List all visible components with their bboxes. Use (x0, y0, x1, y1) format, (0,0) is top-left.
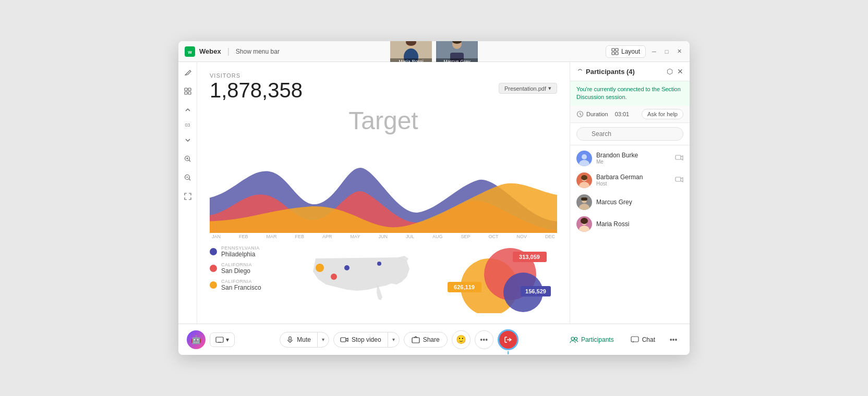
slide-bottom: PENNSYLVANIA Philadelphia CALIFORNIA San… (210, 245, 557, 313)
legend-city-sandiego: San Diego (221, 267, 252, 275)
screen-share-toggle[interactable]: ▾ (210, 332, 235, 347)
stop-video-button[interactable]: Stop video (334, 332, 388, 347)
visitors-label: VISITORS (210, 72, 303, 79)
mute-control: Mute ▾ (280, 332, 329, 348)
duration-label: Duration (586, 111, 608, 117)
titlebar: W Webex | Show menu bar Maria Rossi (178, 41, 690, 62)
duration-bar: Duration 03:01 Ask for help (570, 106, 690, 123)
svg-point-46 (579, 226, 589, 232)
chat-panel-button[interactable]: Chat (624, 332, 661, 347)
video-dropdown[interactable]: ▾ (388, 333, 399, 346)
emoji-button[interactable]: 🙂 (452, 330, 471, 349)
participant-row[interactable]: Maria Rossi (570, 213, 690, 235)
participants-list: Brandon Burke Me (570, 145, 690, 324)
stop-video-label: Stop video (352, 336, 381, 343)
svg-point-34 (582, 154, 587, 159)
legend-dot-sandiego (210, 265, 217, 272)
legend-city-sanfrancisco: San Francisco (221, 284, 261, 291)
search-wrapper: 🔍 (576, 127, 683, 141)
mute-button[interactable]: Mute (280, 332, 318, 347)
toolbar-icon-zoom-out[interactable] (182, 171, 194, 184)
svg-text:W: W (188, 50, 192, 55)
visitors-count: 1,878,358 (210, 79, 303, 102)
svg-rect-11 (616, 48, 618, 51)
search-input[interactable] (576, 127, 683, 141)
chart-labels: JANFEBMARFEBAPRMAYJUNJULAUGSEPOCTNOVDEC (210, 234, 557, 239)
legend-state-ca2: CALIFORNIA (221, 279, 261, 284)
toolbar-icon-grid[interactable] (182, 85, 194, 97)
bottom-toolbar: 🤖 ▾ Mute ▾ (178, 324, 690, 355)
visitors-section: VISITORS 1,878,358 (210, 72, 303, 104)
svg-rect-14 (185, 88, 187, 91)
leave-session-container: Leave session (498, 329, 519, 350)
more-panel-button[interactable]: ••• (666, 332, 681, 348)
left-toolbar: 03 (178, 62, 197, 324)
toolbar-icon-nav-down[interactable] (182, 134, 194, 146)
panel-close-button[interactable]: ✕ (677, 67, 683, 76)
avatar-marcus (576, 194, 592, 210)
participants-count-label: Participants (4) (586, 68, 635, 76)
participant-row[interactable]: Marcus Grey (570, 191, 690, 213)
svg-rect-50 (412, 338, 419, 343)
layout-button[interactable]: Layout (606, 45, 646, 58)
toolbar-left: 🤖 ▾ (187, 330, 235, 349)
share-icon (412, 336, 420, 343)
avatar-barbara (576, 172, 592, 188)
duration-info: Duration 03:01 (576, 110, 629, 118)
ai-assistant-button[interactable]: 🤖 (187, 330, 206, 349)
participants-label: Participants (581, 336, 614, 343)
show-menu-bar-button[interactable]: Show menu bar (236, 48, 280, 55)
svg-point-43 (579, 204, 589, 210)
slide-header: VISITORS 1,878,358 Presentation.pdf ▾ (210, 72, 557, 104)
avatar-brandon (576, 151, 592, 166)
video-control: Stop video ▾ (333, 332, 400, 348)
svg-rect-53 (631, 337, 638, 342)
legend-state-pa: PENNSYLVANIA (221, 245, 260, 251)
search-box: 🔍 (570, 123, 690, 145)
svg-rect-15 (188, 88, 191, 91)
participant-role-barbara: Host (596, 181, 671, 187)
share-button[interactable]: Share (404, 332, 448, 348)
session-banner: You're currently connected to the Sectio… (570, 81, 690, 106)
participant-row[interactable]: Barbara German Host (570, 169, 690, 191)
pdf-badge[interactable]: Presentation.pdf ▾ (499, 83, 557, 94)
pdf-label: Presentation.pdf (504, 85, 546, 92)
ask-help-button[interactable]: Ask for help (642, 109, 683, 119)
svg-text:156,529: 156,529 (525, 288, 546, 294)
svg-text:626,119: 626,119 (454, 284, 475, 290)
participant-icon-brandon (675, 154, 683, 163)
participants-panel-button[interactable]: Participants (563, 332, 620, 347)
participant-row[interactable]: Brandon Burke Me (570, 147, 690, 169)
legend-city-philadelphia: Philadelphia (221, 251, 260, 258)
leave-dashed-line (508, 351, 509, 355)
svg-point-22 (316, 264, 324, 272)
more-options-button[interactable]: ••• (475, 330, 493, 349)
titlebar-left: W Webex | Show menu bar (185, 46, 280, 57)
toolbar-icon-fullscreen[interactable] (182, 190, 194, 203)
leave-session-button[interactable] (498, 329, 519, 350)
svg-rect-42 (581, 197, 587, 201)
toolbar-icon-annotate[interactable] (182, 66, 194, 79)
bubble-chart: 313,059 626,119 156,529 (442, 245, 557, 313)
participant-info-maria: Maria Rossi (596, 220, 683, 228)
titlebar-right: Layout ─ □ ✕ (606, 45, 683, 58)
panel-actions: ⬡ ✕ (667, 67, 683, 76)
mute-dropdown[interactable]: ▾ (318, 333, 329, 346)
maximize-button[interactable]: □ (662, 47, 671, 56)
app-window: W Webex | Show menu bar Maria Rossi (178, 41, 690, 355)
minimize-button[interactable]: ─ (650, 47, 658, 56)
usa-map (302, 245, 434, 313)
participant-name-maria: Maria Rossi (596, 220, 683, 228)
mute-label: Mute (297, 336, 311, 343)
clock-icon (576, 110, 584, 118)
svg-point-21 (331, 274, 337, 280)
svg-point-35 (579, 160, 589, 166)
popout-button[interactable]: ⬡ (667, 67, 673, 76)
participant-info-barbara: Barbara German Host (596, 174, 671, 187)
toolbar-icon-zoom-in[interactable] (182, 153, 194, 165)
app-title: Webex (199, 47, 221, 55)
participant-name-marcus: Marcus Grey (596, 199, 683, 206)
close-button[interactable]: ✕ (675, 47, 683, 56)
toolbar-icon-nav-up[interactable] (182, 104, 194, 116)
chat-label: Chat (642, 336, 655, 343)
